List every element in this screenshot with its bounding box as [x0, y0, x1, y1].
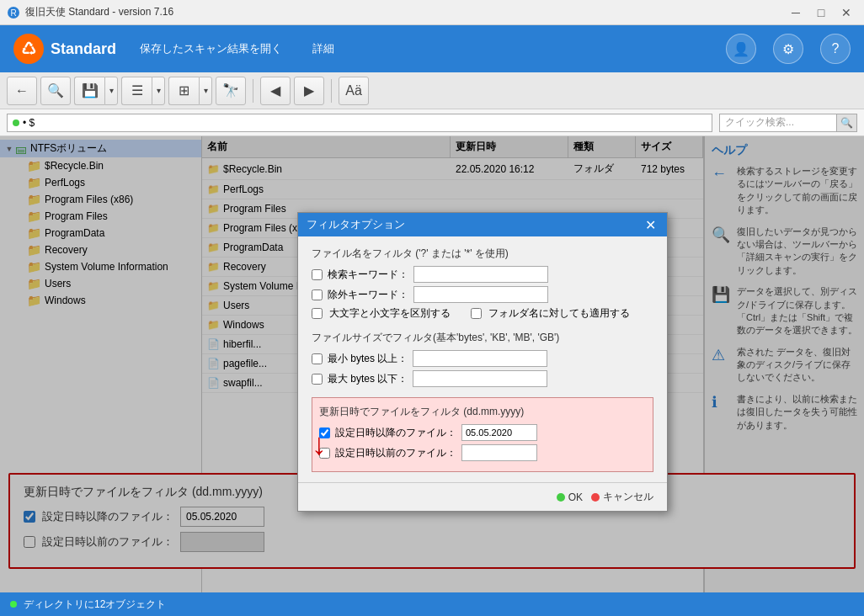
- settings-icon-button[interactable]: ⚙: [773, 34, 803, 64]
- dialog-body: ファイル名をフィルタ ('?' または '*' を使用) 検索キーワード： 除外…: [298, 236, 667, 482]
- folder-apply-checkbox[interactable]: [471, 308, 482, 319]
- search-container: クイック検索... 🔍: [719, 114, 857, 132]
- filter-dialog: フィルタオプション ✕ ファイル名をフィルタ ('?' または '*' を使用)…: [297, 212, 668, 512]
- toolbar2: ← 🔍 💾 ▾ ☰ ▾ ⊞ ▾ 🔭 ◀ ▶ Aä: [0, 72, 864, 109]
- status-dot-green: [13, 119, 19, 126]
- status-indicator: [10, 601, 17, 608]
- folder-apply-label: フォルダ名に対しても適用する: [488, 306, 630, 321]
- binoculars-button[interactable]: 🔭: [216, 77, 246, 105]
- min-size-row: 最小 bytes 以上：: [312, 350, 653, 367]
- help-icon-button[interactable]: ?: [820, 34, 851, 64]
- search-placeholder: クイック検索...: [725, 115, 794, 130]
- filename-section-title: ファイル名をフィルタ ('?' または '*' を使用): [312, 247, 653, 261]
- date-filter-title: 更新日時でファイルをフィルタ (dd.mm.yyyy): [319, 405, 646, 419]
- grid-button-group: ⊞ ▾: [168, 77, 212, 105]
- date-filter-section: 更新日時でファイルをフィルタ (dd.mm.yyyy) 設定日時以降のファイル：…: [312, 397, 653, 472]
- include-keyword-input[interactable]: [413, 266, 548, 283]
- min-size-checkbox[interactable]: [312, 353, 323, 364]
- save-dropdown-button[interactable]: ▾: [104, 77, 118, 105]
- logo-icon: ♺: [13, 34, 44, 64]
- toolbar-separator2: [331, 79, 332, 103]
- quick-search-input[interactable]: クイック検索...: [719, 114, 837, 132]
- maximize-button[interactable]: □: [810, 4, 832, 21]
- status-text: ディレクトリに12オブジェクト: [24, 597, 166, 612]
- case-sensitive-label: 大文字と小文字を区別する: [329, 306, 451, 321]
- min-size-label: 最小 bytes 以上：: [328, 352, 408, 366]
- date-before-input[interactable]: [461, 444, 537, 461]
- date-before-row: 設定日時以前のファイル：: [319, 444, 646, 461]
- grid-dropdown-button[interactable]: ▾: [199, 77, 212, 105]
- ok-label: OK: [568, 491, 583, 503]
- list-dropdown-button[interactable]: ▾: [152, 77, 165, 105]
- modal-overlay: フィルタオプション ✕ ファイル名をフィルタ ('?' または '*' を使用)…: [0, 136, 864, 592]
- back-button[interactable]: ←: [7, 77, 37, 105]
- date-after-label: 設定日時以降のファイル：: [335, 426, 456, 440]
- address-path[interactable]: • $: [7, 114, 712, 132]
- include-keyword-row: 検索キーワード：: [312, 266, 653, 283]
- logo-text: Standard: [51, 40, 116, 58]
- next-button[interactable]: ▶: [294, 77, 324, 105]
- path-text: • $: [23, 117, 35, 129]
- max-size-input[interactable]: [413, 370, 547, 387]
- cancel-dot: [591, 493, 600, 502]
- cancel-label: キャンセル: [603, 490, 653, 504]
- menu-open-scan[interactable]: 保存したスキャン結果を開く: [133, 38, 289, 60]
- filesize-section-title: ファイルサイズでフィルタ(基本'bytes', 'KB', 'MB', 'GB'…: [312, 331, 653, 345]
- addressbar: • $ クイック検索... 🔍: [0, 109, 864, 136]
- case-sensitive-checkbox[interactable]: [312, 308, 323, 319]
- search-button[interactable]: 🔍: [40, 77, 71, 105]
- cancel-button[interactable]: キャンセル: [591, 490, 653, 504]
- exclude-keyword-input[interactable]: [413, 286, 548, 303]
- font-button[interactable]: Aä: [339, 77, 369, 105]
- exclude-keyword-label: 除外キーワード：: [328, 288, 408, 302]
- max-size-label: 最大 bytes 以下：: [328, 372, 408, 386]
- ok-dot: [557, 493, 565, 502]
- date-before-label: 設定日時以前のファイル：: [335, 446, 456, 460]
- min-size-input[interactable]: [413, 350, 547, 367]
- max-size-checkbox[interactable]: [312, 374, 323, 385]
- date-after-input[interactable]: 05.05.2020: [461, 424, 537, 441]
- save-button-group: 💾 ▾: [74, 77, 118, 105]
- titlebar-controls: ─ □ ✕: [785, 4, 857, 21]
- grid-button[interactable]: ⊞: [168, 77, 199, 105]
- list-button[interactable]: ☰: [121, 77, 152, 105]
- titlebar: R 復旧天使 Standard - version 7.16 ─ □ ✕: [0, 0, 864, 25]
- save-button[interactable]: 💾: [74, 77, 104, 105]
- exclude-keyword-row: 除外キーワード：: [312, 286, 653, 303]
- minimize-button[interactable]: ─: [785, 4, 807, 21]
- dialog-title: フィルタオプション: [307, 217, 642, 232]
- date-after-row: 設定日時以降のファイル： 05.05.2020: [319, 424, 646, 441]
- statusbar: ディレクトリに12オブジェクト: [0, 592, 864, 616]
- svg-text:R: R: [10, 8, 16, 18]
- include-keyword-checkbox[interactable]: [312, 269, 323, 280]
- user-icon-button[interactable]: 👤: [726, 34, 756, 64]
- case-folder-row: 大文字と小文字を区別する フォルダ名に対しても適用する: [312, 306, 653, 321]
- titlebar-title: 復旧天使 Standard - version 7.16: [25, 5, 785, 19]
- include-keyword-label: 検索キーワード：: [328, 268, 408, 282]
- filesize-filter-section: ファイルサイズでフィルタ(基本'bytes', 'KB', 'MB', 'GB'…: [312, 331, 653, 387]
- svg-text:♺: ♺: [21, 40, 36, 58]
- filename-filter-section: ファイル名をフィルタ ('?' または '*' を使用) 検索キーワード： 除外…: [312, 247, 653, 321]
- app-logo: ♺ Standard: [13, 34, 116, 64]
- ok-button[interactable]: OK: [557, 491, 583, 503]
- header: ♺ Standard 保存したスキャン結果を開く 詳細 👤 ⚙ ?: [0, 25, 864, 72]
- search-execute-button[interactable]: 🔍: [837, 114, 857, 132]
- red-arrow-icon: ↓: [312, 427, 327, 462]
- dialog-footer: OK キャンセル: [298, 482, 667, 511]
- dialog-titlebar: フィルタオプション ✕: [298, 213, 667, 236]
- toolbar-separator: [253, 79, 253, 103]
- main-content: ▼ 🖴 NTFSボリューム 📁 $Recycle.Bin 📁 PerfLogs …: [0, 136, 864, 592]
- prev-button[interactable]: ◀: [260, 77, 291, 105]
- app-icon: R: [7, 6, 20, 19]
- list-button-group: ☰ ▾: [121, 77, 165, 105]
- exclude-keyword-checkbox[interactable]: [312, 289, 323, 300]
- close-button[interactable]: ✕: [835, 4, 857, 21]
- menu-detail[interactable]: 詳細: [306, 38, 341, 60]
- dialog-close-button[interactable]: ✕: [642, 216, 659, 233]
- max-size-row: 最大 bytes 以下：: [312, 370, 653, 387]
